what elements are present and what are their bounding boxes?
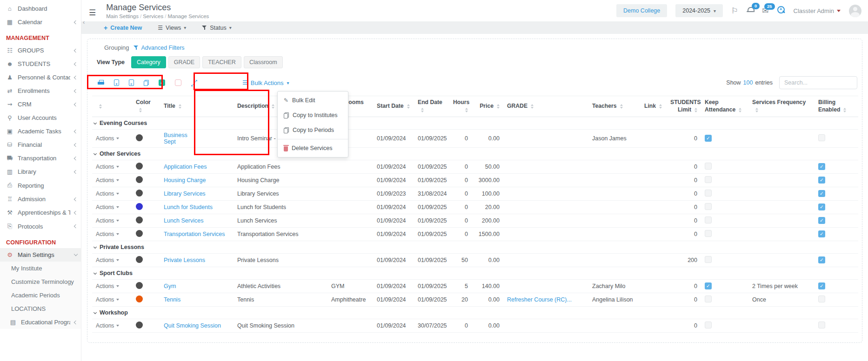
row-actions-button[interactable]: Actions [96,257,119,263]
service-title-link[interactable]: Library Services [164,190,206,197]
row-actions-button[interactable]: Actions [96,231,119,237]
service-title-link[interactable]: Transportation Services [164,231,225,237]
advanced-filters-link[interactable]: Advanced Filters [134,45,184,51]
keep-attendance-checkbox[interactable]: ✓ [705,135,712,142]
sort-icon[interactable] [843,108,846,112]
sort-icon[interactable] [755,108,758,112]
group-row[interactable]: Private Lessons [92,241,858,253]
sidebar-item-locations[interactable]: LOCATIONS [0,302,81,315]
sidebar-item-dashboard[interactable]: ⌂Dashboard [0,2,81,15]
messages-envelope-icon[interactable]: ✉ 25 [762,7,768,15]
sidebar-item-groups[interactable]: ☷GROUPS [0,44,81,57]
select-all-icon[interactable]: ✓ [159,79,165,86]
service-title-link[interactable]: Tennis [164,296,180,303]
row-actions-button[interactable]: Actions [96,322,119,329]
service-title-link[interactable]: Gym [164,283,176,289]
billing-enabled-checkbox[interactable] [818,134,825,141]
grade-link[interactable]: Refresher Course (RC)... [507,296,572,303]
page-size-select[interactable]: 100 [743,79,753,86]
sidebar-item-customize-terminology[interactable]: Customize Terminology [0,275,81,289]
sort-icon[interactable] [659,104,662,109]
column-header-billing-enabled[interactable]: Billing Enabled [815,96,858,117]
row-actions-button[interactable]: Actions [96,135,119,142]
row-actions-button[interactable]: Actions [96,204,119,210]
view-type-category[interactable]: Category [131,56,166,68]
service-title-link[interactable]: Quit Smoking Session [164,322,221,329]
sort-icon[interactable] [99,104,102,109]
menu-item-bulk-edit[interactable]: ✎Bulk Edit [278,93,348,108]
export-csv-icon[interactable]: c [129,79,134,86]
billing-enabled-checkbox[interactable]: ✓ [818,163,825,170]
sort-icon[interactable] [179,104,181,109]
deselect-all-icon[interactable] [175,79,181,86]
group-row[interactable]: Other Services [92,147,858,160]
group-row[interactable]: Sport Clubs [92,267,858,279]
column-header-keep-attendance[interactable]: Keep Attendance [701,96,748,117]
sidebar-item-enrollments[interactable]: ⇄Enrollments [0,84,81,98]
sidebar-item-protocols[interactable]: ⎘Protocols [0,219,81,233]
sort-icon[interactable] [407,104,410,109]
column-header-color[interactable]: Color [132,96,160,117]
view-type-grade[interactable]: GRADE [168,56,200,68]
sort-icon[interactable] [620,104,623,109]
row-actions-button[interactable]: Actions [96,177,119,184]
flag-icon[interactable]: ⚐ [731,7,738,15]
service-title-link[interactable]: Private Lessons [164,257,205,263]
column-header-price[interactable]: Price [472,96,503,117]
sort-icon[interactable] [497,104,500,109]
billing-enabled-checkbox[interactable]: ✓ [818,217,825,224]
column-header-end-date[interactable]: End Date [414,96,449,117]
sidebar-item-personnel-contacts[interactable]: ♟Personnel & Contacts [0,71,81,84]
fullscreen-icon[interactable] [191,80,197,86]
sidebar-item-main-settings[interactable]: ⚙Main Settings [0,248,81,262]
keep-attendance-checkbox[interactable] [705,256,712,263]
column-header-title[interactable]: Title [160,96,234,117]
group-row[interactable]: Workshop [92,306,858,319]
row-actions-button[interactable]: Actions [96,217,119,224]
keep-attendance-checkbox[interactable] [705,203,712,210]
view-type-teacher[interactable]: TEACHER [202,56,241,68]
menu-item-copy-to-periods[interactable]: Copy to Periods [278,123,348,138]
sidebar-item-user-accounts[interactable]: ⚲User Accounts [0,111,81,125]
service-title-link[interactable]: Housing Charge [164,177,206,184]
sidebar-item-admission[interactable]: ♖Admission [0,192,81,206]
institute-button[interactable]: Demo College [616,4,667,17]
column-header-teachers[interactable]: Teachers [588,96,641,117]
column-header-hours[interactable]: Hours [449,96,472,117]
sidebar-item-students[interactable]: ☻STUDENTS [0,57,81,71]
sidebar-item-apprenticeships-thesis[interactable]: ⚒Apprenticeships & Thesis [0,206,81,219]
billing-enabled-checkbox[interactable] [818,295,825,302]
sort-icon[interactable] [272,104,274,109]
billing-enabled-checkbox[interactable]: ✓ [818,230,825,237]
billing-enabled-checkbox[interactable]: ✓ [818,203,825,210]
create-new-button[interactable]: + Create New [104,24,142,32]
user-menu[interactable]: Classter Admin [794,7,841,14]
keep-attendance-checkbox[interactable] [705,322,712,328]
service-title-link[interactable]: Lunch for Students [164,204,213,210]
avatar[interactable] [849,5,861,17]
keep-attendance-checkbox[interactable]: ✓ [705,282,712,289]
column-header-students-limit[interactable]: STUDENTS Limit [667,96,701,117]
keep-attendance-checkbox[interactable] [705,176,712,183]
sort-icon[interactable] [531,104,534,109]
breadcrumb-item[interactable]: Main Settings [106,13,139,19]
sidebar-collapse-icon[interactable]: ‹ [83,19,85,26]
search-input[interactable] [779,76,857,89]
copy-icon[interactable] [144,80,149,86]
print-icon[interactable] [98,80,104,86]
column-header-grade[interactable]: GRADE [503,96,588,117]
sidebar-item-crm[interactable]: ⇝CRM [0,98,81,111]
sidebar-item-transportation[interactable]: ⛟Transportation [0,151,81,165]
sort-icon[interactable] [465,108,468,112]
row-actions-button[interactable]: Actions [96,164,119,170]
breadcrumb-item[interactable]: Manage Services [167,13,209,19]
row-actions-button[interactable]: Actions [96,190,119,197]
sort-icon[interactable] [139,108,142,112]
billing-enabled-checkbox[interactable]: ✓ [818,190,825,197]
status-dropdown[interactable]: Status ▾ [202,25,231,31]
column-header-services-frequency[interactable]: Services Frequency [748,96,815,117]
billing-enabled-checkbox[interactable]: ✓ [818,177,825,184]
zoom-search-icon[interactable] [777,6,785,15]
sidebar-item-my-institute[interactable]: My Institute [0,262,81,275]
billing-enabled-checkbox[interactable]: ✓ [818,282,825,289]
